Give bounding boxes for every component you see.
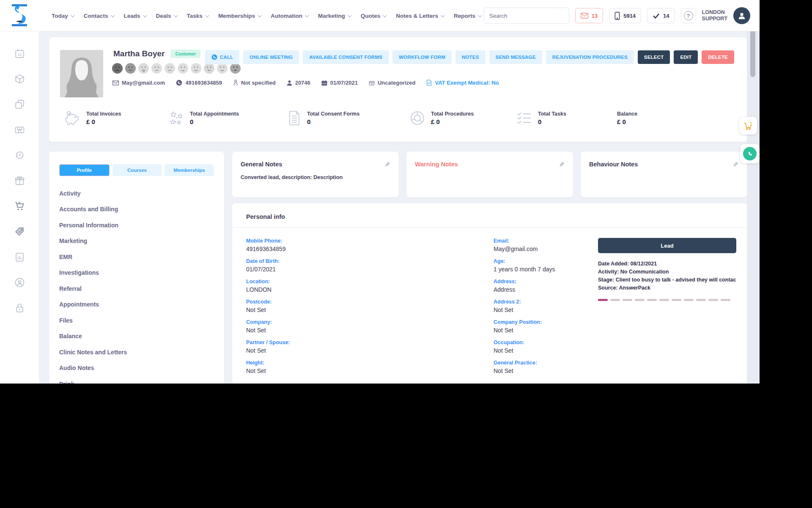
- menu-deals[interactable]: Deals: [156, 13, 177, 19]
- lead-progress-segment[interactable]: [684, 299, 694, 301]
- page-scrollbar[interactable]: [747, 0, 760, 384]
- satisfaction-face-icon[interactable]: [138, 63, 149, 74]
- products-icon[interactable]: [14, 74, 25, 84]
- calendar-icon[interactable]: 12: [14, 48, 25, 59]
- lead-progress-segment[interactable]: [708, 299, 718, 301]
- divider: [232, 227, 747, 228]
- menu-quotes[interactable]: Quotes: [361, 13, 386, 19]
- sidebar-item-investigations[interactable]: Investigations: [59, 265, 224, 281]
- menu-marketing[interactable]: Marketing: [318, 13, 351, 19]
- edit-pencil-icon[interactable]: ✎: [385, 161, 390, 168]
- chevron-down-icon: [383, 13, 387, 17]
- account-lock-icon[interactable]: [14, 277, 25, 288]
- reports-icon[interactable]: [14, 252, 25, 262]
- lead-progress-segment[interactable]: [623, 299, 632, 301]
- shop-cart-floating-button[interactable]: [739, 117, 757, 135]
- client-gender[interactable]: Not specified: [233, 80, 276, 86]
- lead-progress-segment[interactable]: [635, 299, 645, 301]
- client-email[interactable]: May@gmail.com: [112, 80, 165, 86]
- whatsapp-floating-button[interactable]: [740, 144, 760, 163]
- satisfaction-face-icon[interactable]: [177, 63, 189, 74]
- client-id[interactable]: 20746: [287, 80, 310, 86]
- satisfaction-face-icon[interactable]: [164, 63, 176, 74]
- edit-button[interactable]: EDIT: [674, 50, 698, 64]
- menu-automation[interactable]: Automation: [271, 13, 308, 19]
- sidebar-item-appointments[interactable]: Appointments: [59, 297, 224, 313]
- sidebar-item-activity[interactable]: Activity: [59, 185, 224, 202]
- satisfaction-face-icon[interactable]: [190, 63, 202, 74]
- edit-pencil-icon[interactable]: ✎: [733, 161, 738, 168]
- sidebar-item-referral[interactable]: Referral: [59, 281, 224, 297]
- online-meeting-button[interactable]: ONLINE MEETING: [243, 50, 299, 64]
- satisfaction-face-icon[interactable]: [203, 63, 215, 74]
- gift-icon[interactable]: [14, 175, 25, 186]
- field-occupation: Occupation:Not Set: [494, 340, 646, 354]
- sidebar-item-files[interactable]: Files: [59, 312, 224, 329]
- lead-progress-segment[interactable]: [647, 299, 657, 301]
- sidebar-item-audio-notes[interactable]: Audio Notes: [59, 360, 224, 376]
- menu-contacts[interactable]: Contacts: [84, 13, 114, 19]
- consent-forms-button[interactable]: AVAILABLE CONSENT FORMS: [303, 50, 389, 64]
- menu-memberships[interactable]: Memberships: [218, 13, 261, 19]
- voucher-icon[interactable]: [14, 124, 25, 135]
- lead-button[interactable]: Lead: [598, 238, 736, 253]
- client-category[interactable]: Uncategorized: [369, 80, 416, 86]
- chevron-down-icon: [174, 13, 178, 17]
- sidebar-item-accounts-billing[interactable]: Accounts and Billing: [59, 202, 224, 218]
- sidebar-item-balance[interactable]: Balance: [59, 329, 224, 345]
- notes-button[interactable]: NOTES: [455, 50, 486, 64]
- satisfaction-face-icon[interactable]: [125, 63, 136, 74]
- delete-button[interactable]: DELETE: [702, 50, 734, 64]
- client-vat-status[interactable]: VAT Exempt Medical: No: [426, 80, 499, 86]
- rejuvenation-button[interactable]: REJUVENATION PROCEDURES: [546, 50, 634, 64]
- cart-icon[interactable]: [14, 201, 25, 212]
- menu-notes-letters[interactable]: Notes & Letters: [396, 13, 444, 19]
- duplicate-icon[interactable]: [14, 99, 25, 110]
- select-button[interactable]: SELECT: [638, 50, 670, 64]
- lead-progress-segment[interactable]: [672, 299, 681, 301]
- history-icon[interactable]: [14, 150, 25, 160]
- sidebar-item-personal-information[interactable]: Personal Information: [59, 217, 224, 233]
- menu-reports[interactable]: Reports: [454, 13, 481, 19]
- chevron-down-icon: [71, 13, 75, 17]
- warning-notes-card: Warning Notes ✎: [406, 152, 573, 197]
- tab-courses[interactable]: Courses: [112, 164, 162, 176]
- menu-leads[interactable]: Leads: [124, 13, 146, 19]
- sidebar-item-marketing[interactable]: Marketing: [59, 233, 224, 249]
- lead-progress-segment[interactable]: [721, 299, 730, 301]
- user-avatar[interactable]: [733, 7, 750, 24]
- lead-progress-segment[interactable]: [659, 299, 669, 301]
- sidebar-item-drink[interactable]: Drink: [59, 376, 224, 384]
- client-dob[interactable]: 01/07/2021: [321, 80, 358, 86]
- tasks-badge[interactable]: 14: [647, 8, 675, 23]
- menu-today[interactable]: Today: [52, 13, 74, 19]
- search-input[interactable]: [484, 13, 569, 19]
- tab-profile[interactable]: Profile: [59, 164, 110, 176]
- lead-progress-segment[interactable]: [598, 299, 608, 301]
- inbox-badge[interactable]: 13: [575, 8, 603, 23]
- tab-memberships[interactable]: Memberships: [165, 164, 214, 176]
- sidebar-item-emr[interactable]: EMR: [59, 249, 224, 265]
- help-button[interactable]: ?: [681, 8, 696, 23]
- satisfaction-face-icon[interactable]: [112, 63, 123, 74]
- satisfaction-face-icon[interactable]: [230, 63, 241, 74]
- field-value: Not Set: [246, 367, 398, 374]
- lead-progress-segment[interactable]: [696, 299, 706, 301]
- menu-tasks[interactable]: Tasks: [187, 13, 208, 19]
- send-message-button[interactable]: SEND MESSAGE: [489, 50, 542, 64]
- call-button[interactable]: CALL: [205, 50, 239, 64]
- satisfaction-face-icon[interactable]: [151, 63, 162, 74]
- client-photo-placeholder[interactable]: [60, 50, 103, 97]
- sms-badge[interactable]: 5914: [609, 8, 641, 23]
- lock-icon[interactable]: [14, 303, 25, 313]
- tag-icon[interactable]: [14, 226, 25, 237]
- stat-label: Total Invoices: [86, 111, 121, 117]
- behaviour-notes-body: [581, 168, 747, 174]
- sidebar-item-clinic-notes[interactable]: Clinic Notes and Letters: [59, 344, 224, 360]
- client-phone[interactable]: 491693634859: [176, 80, 222, 86]
- app-logo[interactable]: [9, 3, 30, 27]
- edit-pencil-icon[interactable]: ✎: [559, 161, 565, 168]
- workflow-form-button[interactable]: WORKFLOW FORM: [392, 50, 452, 64]
- satisfaction-face-icon[interactable]: [217, 63, 228, 74]
- lead-progress-segment[interactable]: [610, 299, 620, 301]
